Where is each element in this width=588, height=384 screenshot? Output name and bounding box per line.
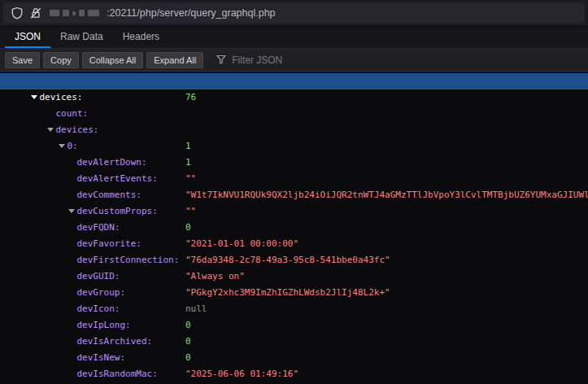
filter-json-container [216,53,368,68]
json-tree-row[interactable]: devices: [0,73,588,89]
json-tree-row[interactable]: devGUID: "76da9348-2c78-49a3-95c8-541bbe… [0,252,588,268]
json-tree-row[interactable]: devComments: "" [0,171,588,187]
json-tree-row[interactable]: count: 76 [0,89,588,106]
json-tree-row[interactable]: devIsNew: 0 [0,334,588,350]
json-tree-row[interactable]: devIsArchived: 0 [0,317,588,334]
tab-headers[interactable]: Headers [113,27,169,48]
json-value: 0 [185,334,191,350]
connection-security-icon[interactable] [29,7,42,20]
tracking-protection-shield-icon[interactable] [11,7,24,20]
json-tree-row[interactable]: devFavorite: 0 [0,220,588,236]
json-value: 1 [185,155,191,171]
json-value: "2025-06-06 01:49:16" [185,366,298,382]
json-tree-row[interactable]: devFirstConnection: "2021-01-01 00:00:00… [0,236,588,252]
json-value: 1 [185,138,191,155]
json-value: 0 [185,317,191,334]
url-text[interactable]: :20211/php/server/query_graphql.php [107,7,276,19]
json-tree: devices: count: 76 devices: 0: devAlertD… [0,72,588,384]
json-value: "Always on" [185,268,245,285]
json-tree-row[interactable]: devAlertDown: 1 [0,138,588,155]
json-tree-row[interactable]: devAlertEvents: 1 [0,155,588,171]
json-value: null [185,301,207,317]
save-button[interactable]: Save [5,52,40,68]
json-tree-row[interactable]: devIsRandomMac: 0 [0,350,588,366]
json-value: "" [185,171,196,187]
json-tree-row[interactable]: devLastConnection: "2025-06-06 01:49:16" [0,366,588,382]
copy-button[interactable]: Copy [43,52,79,68]
tab-json[interactable]: JSON [5,27,50,48]
json-value: "PGkgY2xhc3M9ImZhIGZhLWdsb2JlIj48L2k+" [185,285,390,301]
expand-all-button[interactable]: Expand All [146,52,203,68]
json-toolbar: Save Copy Collapse All Expand All [0,49,588,72]
filter-funnel-icon [216,53,226,68]
tab-raw-data[interactable]: Raw Data [50,27,113,48]
collapse-all-button[interactable]: Collapse All [82,52,143,68]
json-tree-row[interactable]: devCustomProps: "W1t7IkNVU1RQUk9QX2ljb24… [0,187,588,203]
json-viewer-tab-strip: JSON Raw Data Headers [0,27,588,49]
json-tree-row[interactable]: 0: [0,122,588,138]
browser-url-bar: :20211/php/server/query_graphql.php [0,0,588,27]
json-tree-row[interactable]: devIpLong: null [0,301,588,317]
json-value: "" [185,203,196,220]
json-value: 0 [185,220,191,236]
json-value: 76 [185,89,196,106]
json-value: "W1t7IkNVU1RQUk9QX2ljb24iOiJQR2tnWTJ4aGM… [185,187,588,203]
json-value: "2021-01-01 00:00:00" [185,236,298,252]
json-tree-row[interactable]: devices: [0,106,588,122]
json-tree-row[interactable]: devIcon: "PGkgY2xhc3M9ImZhIGZhLWdsb2JlIj… [0,285,588,301]
json-value: "76da9348-2c78-49a3-95c8-541bbe0a43fc" [185,252,390,268]
redacted-host-segments [50,10,99,16]
json-value: 0 [185,350,191,366]
url-field[interactable]: :20211/php/server/query_graphql.php [3,2,585,24]
filter-json-input[interactable] [230,54,368,67]
json-tree-row[interactable]: devGroup: "Always on" [0,268,588,285]
json-tree-row[interactable]: devFQDN: "" [0,203,588,220]
